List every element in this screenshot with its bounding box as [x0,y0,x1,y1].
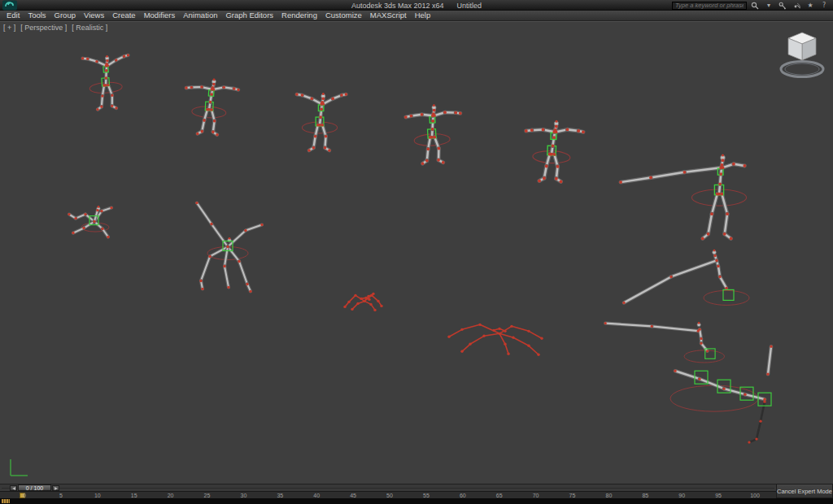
trackbar-tick: 100 [750,493,760,498]
skeleton-figure-redspider_l[interactable] [447,324,543,356]
viewport-menu-shading[interactable]: [ Realistic ] [72,24,107,32]
trackbar-tick: 60 [460,493,466,498]
mini-trackbar-icon[interactable] [2,499,10,503]
viewport-menu-pov[interactable]: [ Perspective ] [20,24,67,32]
menu-item-views[interactable]: Views [80,11,108,20]
trackbar-tick: 95 [715,493,722,498]
trackbar-tick: 85 [642,493,648,498]
menu-item-graph-editors[interactable]: Graph Editors [221,11,277,20]
right-arrow-icon [55,487,58,490]
menu-item-modifiers[interactable]: Modifiers [140,11,180,20]
trackbar-tick: 80 [605,493,612,498]
trackbar-tick: 20 [168,493,174,498]
time-slider-track[interactable]: 0 / 100 [0,484,776,491]
help-icon[interactable]: ? [818,1,830,10]
document-title: Untitled [457,2,482,10]
satellite-icon [792,2,800,10]
dropdown-arrow-icon[interactable]: ▾ [763,1,774,10]
trackbar-tick: 70 [533,493,539,498]
trackbar-tick: 30 [240,493,246,498]
prev-frame-button[interactable] [10,485,17,491]
skeleton-figure-reach[interactable] [619,154,746,240]
3dsmax-logo-icon [2,0,18,11]
viewport-label: [ + ] [ Perspective ] [ Realistic ] [3,24,107,32]
skeleton-figure-tpose2[interactable] [403,102,464,166]
info-center: ▾ ★ ? [672,1,830,10]
cancel-expert-mode-button[interactable]: Cancel Expert Mode [776,484,833,498]
skeleton-figure-tpose2[interactable] [182,77,240,137]
trackbar-tick: 35 [277,493,283,498]
app-window: Autodesk 3ds Max 2012 x64 Untitled ▾ [0,0,833,504]
status-bar [0,498,833,504]
menu-bar: EditToolsGroupViewsCreateModifiersAnimat… [0,11,833,21]
skeleton-figure-tpose2[interactable] [523,119,586,184]
menu-item-edit[interactable]: Edit [2,11,24,20]
menu-item-create[interactable]: Create [108,11,140,20]
menu-item-help[interactable]: Help [411,11,435,20]
search-input[interactable] [672,2,747,10]
app-title: Autodesk 3ds Max 2012 x64 [351,2,444,10]
trackbar-tick: 50 [386,493,393,498]
time-slider-button[interactable]: 0 / 100 [18,484,51,491]
menu-item-customize[interactable]: Customize [321,11,366,20]
menu-item-maxscript[interactable]: MAXScript [366,11,411,20]
skeleton-figure-tpose[interactable] [295,93,347,152]
skeleton-figure-bent2[interactable] [604,322,725,363]
trackbar-tick: 25 [204,493,211,498]
trackbar-tick: 0 [23,493,26,498]
title-bar: Autodesk 3ds Max 2012 x64 Untitled ▾ [0,0,833,11]
menu-item-tools[interactable]: Tools [24,11,50,20]
search-button[interactable] [749,1,761,10]
trackbar-tick: 15 [131,493,137,498]
view-cube[interactable] [778,26,826,81]
favorites-icon[interactable]: ★ [805,1,816,10]
left-arrow-icon [12,487,15,490]
skeleton-figure-spider[interactable] [195,202,263,293]
communication-center-icon[interactable] [791,1,802,10]
skeleton-figure-bent[interactable] [622,250,749,306]
trackbar-tick: 10 [94,493,101,498]
skeleton-figure-tpose[interactable] [81,54,133,111]
viewport[interactable]: [ + ] [ Perspective ] [ Realistic ] [0,21,833,484]
trackbar-tick: 40 [313,493,320,498]
trackbar-tick: 55 [423,493,430,498]
menu-item-rendering[interactable]: Rendering [277,11,321,20]
viewport-scene[interactable] [0,22,833,484]
menu-item-animation[interactable]: Animation [179,11,221,20]
trackbar-tick: 65 [496,493,503,498]
trackbar-tick: 45 [350,493,356,498]
viewport-menu-general[interactable]: [ + ] [3,24,15,32]
key-icon [778,2,787,10]
track-bar[interactable]: 0510152025303540455055606570758085909510… [0,491,776,498]
trackbar-tick: 90 [678,493,685,498]
skeleton-figure-crouch[interactable] [68,206,112,238]
menu-item-group[interactable]: Group [50,11,80,20]
next-frame-button[interactable] [52,485,59,491]
trackbar-tick: 5 [59,493,63,498]
trackbar-tick: 75 [569,493,576,498]
world-axis-icon [5,454,33,479]
skeleton-figure-redspider_s[interactable] [343,293,382,311]
search-icon [751,2,759,10]
subscription-icon[interactable] [777,1,788,10]
